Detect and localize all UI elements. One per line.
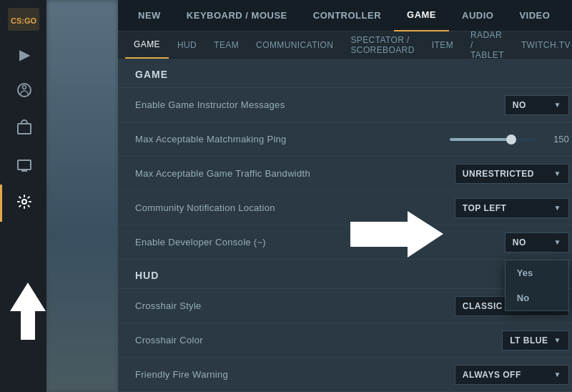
dropdown-developer-console[interactable]: NO ▼: [505, 232, 569, 253]
row-matchmaking-ping: Max Acceptable Matchmaking Ping 150: [118, 122, 572, 157]
dropdown-notification-location[interactable]: TOP LEFT ▼: [455, 198, 569, 218]
slider-container: 150: [450, 134, 569, 144]
nav-item-new[interactable]: New: [125, 0, 174, 31]
label-matchmaking-ping: Max Acceptable Matchmaking Ping: [135, 134, 287, 144]
sidebar: CS:GO ▶: [0, 0, 46, 392]
value-matchmaking-ping: 150: [450, 134, 569, 144]
tab-twitch[interactable]: Twitch.tv: [513, 31, 572, 59]
csgo-logo: CS:GO: [6, 6, 41, 33]
row-developer-console: Enable Developer Console (~) NO ▼ Yes No: [118, 225, 572, 260]
sub-nav: Game Hud Team Communication Spectator / …: [118, 31, 572, 59]
label-notification-location: Community Notification Location: [135, 202, 275, 213]
svg-text:CS:GO: CS:GO: [11, 16, 37, 25]
dropdown-game-traffic-value: UNRESTRICTED: [463, 169, 534, 179]
tab-item[interactable]: Item: [423, 31, 462, 59]
dropdown-crosshair-color[interactable]: LT BLUE ▼: [502, 330, 569, 351]
tab-team[interactable]: Team: [205, 31, 247, 59]
chevron-down-icon: ▼: [553, 101, 561, 109]
chevron-down-icon: ▼: [553, 371, 561, 378]
dropdown-friendly-fire[interactable]: ALWAYS OFF ▼: [455, 365, 569, 385]
row-notification-location: Community Notification Location TOP LEFT…: [118, 191, 572, 225]
dropdown-notification-value: TOP LEFT: [463, 203, 507, 213]
tab-hud[interactable]: Hud: [169, 31, 205, 59]
label-game-traffic: Max Acceptable Game Traffic Bandwidth: [135, 168, 310, 179]
dropdown-friendly-fire-value: ALWAYS OFF: [463, 370, 521, 380]
value-notification-location: TOP LEFT ▼: [455, 198, 569, 218]
slider-thumb[interactable]: [506, 134, 516, 144]
gear-icon: [16, 194, 32, 213]
play-icon: ▶: [19, 46, 30, 63]
label-crosshair-color: Crosshair Color: [135, 335, 203, 346]
sidebar-item-tv[interactable]: [0, 147, 46, 185]
chevron-down-icon: ▼: [553, 170, 561, 177]
main-panel: New Keyboard / Mouse Controller Game Aud…: [118, 0, 572, 392]
slider-track[interactable]: [450, 138, 536, 141]
tab-communication[interactable]: Communication: [247, 31, 342, 59]
dropdown-developer-console-value: NO: [513, 237, 526, 248]
dropdown-option-no[interactable]: No: [506, 285, 568, 310]
value-game-instructor: NO ▼: [483, 95, 569, 115]
value-crosshair-color: LT BLUE ▼: [483, 330, 569, 351]
top-nav: New Keyboard / Mouse Controller Game Aud…: [118, 0, 572, 31]
slider-fill: [450, 138, 511, 141]
dropdown-crosshair-color-value: LT BLUE: [510, 335, 548, 346]
dropdown-popup: Yes No: [505, 260, 569, 311]
hud-section-header: Hud: [118, 260, 572, 289]
watch-icon: [16, 82, 32, 102]
chevron-down-icon: ▼: [553, 238, 561, 246]
dropdown-game-instructor[interactable]: NO ▼: [505, 95, 569, 115]
nav-item-video[interactable]: Video: [506, 0, 563, 31]
game-section-header: Game: [118, 59, 572, 88]
chevron-down-icon: ▼: [553, 336, 561, 344]
row-crosshair-style: Crosshair Style CLASSIC STATIC ▼: [118, 289, 572, 323]
dropdown-option-yes[interactable]: Yes: [506, 260, 568, 285]
label-friendly-fire: Friendly Fire Warning: [135, 369, 228, 380]
sidebar-item-inventory[interactable]: [0, 110, 46, 147]
settings-content: Game Enable Game Instructor Messages NO …: [118, 59, 572, 392]
nav-item-controller[interactable]: Controller: [300, 0, 394, 31]
sidebar-item-watch[interactable]: [0, 73, 46, 110]
dropdown-game-instructor-value: NO: [513, 100, 526, 110]
chevron-down-icon: ▼: [553, 204, 561, 212]
slider-value: 150: [544, 134, 569, 144]
svg-rect-5: [18, 160, 31, 170]
label-crosshair-style: Crosshair Style: [135, 300, 202, 311]
tab-game[interactable]: Game: [125, 31, 169, 59]
label-game-instructor: Enable Game Instructor Messages: [135, 99, 285, 110]
value-game-traffic: UNRESTRICTED ▼: [455, 164, 569, 184]
tv-icon: [16, 157, 32, 176]
sidebar-item-settings[interactable]: [0, 185, 46, 222]
row-crosshair-color: Crosshair Color LT BLUE ▼: [118, 323, 572, 358]
inventory-icon: [16, 119, 32, 139]
nav-item-keyboard-mouse[interactable]: Keyboard / Mouse: [174, 0, 300, 31]
row-game-traffic: Max Acceptable Game Traffic Bandwidth UN…: [118, 157, 572, 191]
tab-radar-tablet[interactable]: Radar / Tablet: [462, 31, 513, 59]
dropdown-game-traffic[interactable]: UNRESTRICTED ▼: [455, 164, 569, 184]
nav-item-game[interactable]: Game: [394, 0, 449, 31]
value-friendly-fire: ALWAYS OFF ▼: [455, 365, 569, 385]
svg-point-3: [23, 85, 26, 89]
row-friendly-fire: Friendly Fire Warning ALWAYS OFF ▼: [118, 358, 572, 392]
label-developer-console: Enable Developer Console (~): [135, 237, 266, 248]
background-blur: [46, 0, 118, 392]
sidebar-item-play[interactable]: ▶: [0, 36, 46, 73]
svg-rect-4: [18, 124, 31, 134]
row-game-instructor: Enable Game Instructor Messages NO ▼: [118, 88, 572, 122]
value-developer-console: NO ▼: [483, 232, 569, 253]
nav-item-audio[interactable]: Audio: [449, 0, 506, 31]
svg-point-8: [22, 200, 26, 204]
tab-spectator-scoreboard[interactable]: Spectator / Scoreboard: [342, 31, 423, 59]
